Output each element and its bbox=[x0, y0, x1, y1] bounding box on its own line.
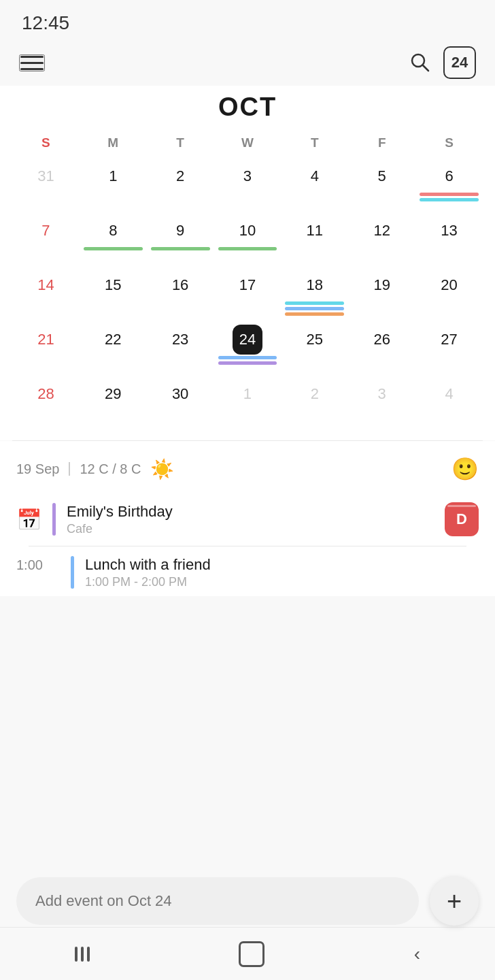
day-11[interactable]: 11 bbox=[281, 212, 348, 266]
nav-recents-button[interactable] bbox=[58, 940, 106, 968]
day-nov2[interactable]: 2 bbox=[281, 375, 348, 429]
day-number-22: 22 bbox=[98, 325, 128, 355]
day-15[interactable]: 15 bbox=[80, 266, 147, 321]
event-bar-cyan bbox=[420, 198, 479, 201]
weekday-thursday: T bbox=[281, 131, 348, 154]
day-30[interactable]: 30 bbox=[147, 375, 214, 429]
add-event-section: + bbox=[0, 877, 495, 926]
day-8[interactable]: 8 bbox=[80, 212, 147, 266]
day-number-27: 27 bbox=[434, 325, 464, 355]
day-22[interactable]: 22 bbox=[80, 321, 147, 375]
day-26[interactable]: 26 bbox=[348, 321, 415, 375]
event-title-lunch: Lunch with a friend bbox=[85, 556, 479, 574]
day-number-nov1: 1 bbox=[233, 379, 262, 409]
day-number-nov3: 3 bbox=[367, 379, 397, 409]
day-28[interactable]: 28 bbox=[12, 375, 80, 429]
day-8-bars bbox=[81, 247, 146, 250]
day-number-10: 10 bbox=[233, 216, 262, 246]
day-number-26: 26 bbox=[367, 325, 397, 355]
date-weather-separator bbox=[69, 462, 70, 476]
event-bar-red bbox=[420, 193, 479, 196]
day-14[interactable]: 14 bbox=[12, 266, 80, 321]
search-button[interactable] bbox=[409, 52, 431, 74]
day-number-24: 24 bbox=[233, 325, 262, 355]
weekday-wednesday: W bbox=[214, 131, 281, 154]
day-21[interactable]: 21 bbox=[12, 321, 80, 375]
day-number-28: 28 bbox=[31, 379, 61, 409]
event-time-label: 1:00 bbox=[16, 556, 60, 573]
event-birthday[interactable]: 📅 Emily's Birthday Cafe D bbox=[16, 493, 479, 546]
header-right: 24 bbox=[409, 46, 476, 79]
day-19[interactable]: 19 bbox=[348, 266, 415, 321]
event-sub-birthday: Cafe bbox=[67, 522, 434, 536]
day-18-bars bbox=[282, 301, 347, 316]
event-bar-blue-24 bbox=[218, 356, 277, 359]
day-number-21: 21 bbox=[31, 325, 61, 355]
header-left bbox=[19, 54, 45, 71]
calendar-week-4: 21 22 23 24 25 26 27 bbox=[12, 321, 483, 375]
weekday-monday: M bbox=[80, 131, 147, 154]
day-27[interactable]: 27 bbox=[415, 321, 483, 375]
day-20[interactable]: 20 bbox=[415, 266, 483, 321]
day-16[interactable]: 16 bbox=[147, 266, 214, 321]
day-10[interactable]: 10 bbox=[214, 212, 281, 266]
event-bar-green bbox=[84, 247, 143, 250]
day-3[interactable]: 3 bbox=[214, 157, 281, 212]
day-number-9: 9 bbox=[165, 216, 195, 246]
nav-home-button[interactable] bbox=[222, 934, 281, 974]
day-number-6: 6 bbox=[434, 161, 464, 191]
today-badge[interactable]: 24 bbox=[443, 46, 476, 79]
sun-icon: ☀️ bbox=[150, 458, 174, 480]
day-number-31: 31 bbox=[31, 161, 61, 191]
event-app-icon-d[interactable]: D bbox=[445, 502, 479, 536]
day-23[interactable]: 23 bbox=[147, 321, 214, 375]
day-nov1[interactable]: 1 bbox=[214, 375, 281, 429]
add-event-input[interactable] bbox=[16, 877, 419, 925]
day-number-3: 3 bbox=[233, 161, 262, 191]
day-6[interactable]: 6 bbox=[415, 157, 483, 212]
event-bar-green-end bbox=[218, 247, 277, 250]
day-5[interactable]: 5 bbox=[348, 157, 415, 212]
event-bar-blue-18 bbox=[285, 307, 344, 310]
day-nov4[interactable]: 4 bbox=[415, 375, 483, 429]
day-number-16: 16 bbox=[165, 270, 195, 300]
recents-icon bbox=[75, 947, 90, 962]
day-29[interactable]: 29 bbox=[80, 375, 147, 429]
day-6-bars bbox=[417, 193, 481, 201]
day-17[interactable]: 17 bbox=[214, 266, 281, 321]
day-31[interactable]: 31 bbox=[12, 157, 80, 212]
event-bar-cyan-18 bbox=[285, 301, 344, 305]
day-number-29: 29 bbox=[98, 379, 128, 409]
day-9[interactable]: 9 bbox=[147, 212, 214, 266]
day-12[interactable]: 12 bbox=[348, 212, 415, 266]
nav-back-button[interactable]: ‹ bbox=[398, 938, 437, 970]
day-number-4: 4 bbox=[300, 161, 330, 191]
calendar-icon: 📅 bbox=[16, 508, 41, 532]
app-header: 24 bbox=[0, 39, 495, 86]
day-25[interactable]: 25 bbox=[281, 321, 348, 375]
day-number-20: 20 bbox=[434, 270, 464, 300]
event-info-birthday: Emily's Birthday Cafe bbox=[67, 503, 434, 536]
day-1[interactable]: 1 bbox=[80, 157, 147, 212]
event-color-bar-blue bbox=[71, 556, 74, 589]
day-2[interactable]: 2 bbox=[147, 157, 214, 212]
day-nov3[interactable]: 3 bbox=[348, 375, 415, 429]
day-18[interactable]: 18 bbox=[281, 266, 348, 321]
day-number-12: 12 bbox=[367, 216, 397, 246]
day-7[interactable]: 7 bbox=[12, 212, 80, 266]
day-4[interactable]: 4 bbox=[281, 157, 348, 212]
day-24-bars bbox=[216, 356, 280, 365]
day-24[interactable]: 24 bbox=[214, 321, 281, 375]
menu-button[interactable] bbox=[19, 54, 45, 71]
svg-line-1 bbox=[423, 65, 429, 71]
add-event-fab-button[interactable]: + bbox=[430, 877, 479, 926]
event-info-lunch: Lunch with a friend 1:00 PM - 2:00 PM bbox=[85, 556, 479, 589]
day-number-30: 30 bbox=[165, 379, 195, 409]
status-bar: 12:45 bbox=[0, 0, 495, 39]
emoji-reaction-button[interactable]: 🙂 bbox=[451, 456, 479, 482]
day-13[interactable]: 13 bbox=[415, 212, 483, 266]
back-icon: ‹ bbox=[414, 945, 420, 964]
date-weather-row: 19 Sep 12 C / 8 C ☀️ 🙂 bbox=[16, 441, 479, 493]
event-lunch[interactable]: 1:00 Lunch with a friend 1:00 PM - 2:00 … bbox=[16, 546, 479, 596]
day-number-23: 23 bbox=[165, 325, 195, 355]
